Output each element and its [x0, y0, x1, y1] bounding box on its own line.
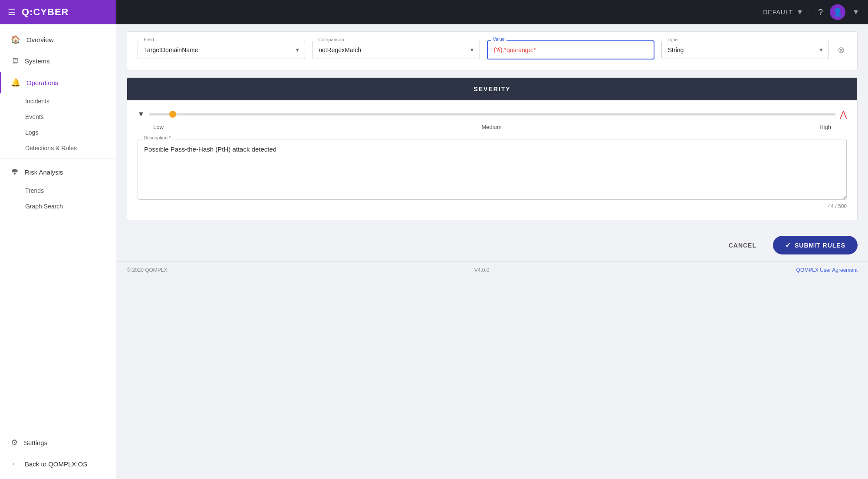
submit-rules-label: SUBMIT RULES: [795, 242, 845, 249]
avatar[interactable]: 👤: [830, 4, 845, 20]
value-input[interactable]: [487, 40, 654, 59]
sidebar-item-risk-analysis-label: Risk Analysis: [25, 168, 63, 176]
char-count: 44 / 500: [138, 203, 847, 209]
sidebar-item-trends[interactable]: Trends: [0, 183, 116, 198]
slider-label-medium: Medium: [481, 124, 501, 130]
field-group: Field TargetDomainName ▼: [138, 41, 305, 59]
sidebar-item-trends-label: Trends: [25, 187, 44, 194]
risk-analysis-icon: 🌩: [11, 168, 19, 177]
workspace-selector[interactable]: DEFAULT ▼: [763, 8, 811, 16]
field-select-wrapper: TargetDomainName ▼: [138, 41, 305, 59]
comparison-label: Comparison: [316, 37, 345, 42]
field-label: Field: [142, 37, 156, 42]
page-footer: © 2020 QOMPLX V4.0.0 QOMPLX User Agreeme…: [116, 261, 868, 278]
description-label: Description *: [142, 135, 172, 140]
severity-title: SEVERITY: [473, 86, 510, 92]
sidebar-item-settings-label: Settings: [24, 439, 47, 446]
type-label: Type: [666, 37, 680, 42]
help-icon[interactable]: ?: [818, 7, 823, 17]
severity-header: SEVERITY: [127, 78, 857, 100]
field-select[interactable]: TargetDomainName: [138, 41, 305, 59]
sidebar-header: ☰ Q:CYBER: [0, 0, 116, 24]
version: V4.0.0: [474, 267, 490, 273]
submit-check-icon: ✓: [785, 241, 791, 249]
slider-row: ▼ ⋀: [138, 109, 847, 119]
slider-thumb[interactable]: [169, 111, 176, 118]
workspace-chevron-icon: ▼: [796, 8, 804, 16]
filter-row: Field TargetDomainName ▼ Comparison notR…: [138, 40, 847, 59]
sidebar-item-overview[interactable]: 🏠 Overview: [0, 29, 116, 50]
remove-filter-button[interactable]: ⊗: [836, 43, 847, 57]
severity-chevron-down-icon[interactable]: ▼: [138, 110, 145, 118]
value-label: Value: [491, 36, 506, 42]
sidebar: ☰ Q:CYBER 🏠 Overview 🖥 Systems 🔔 Operati…: [0, 0, 116, 479]
description-group: Description * Possible Pass-the-Hash (Pt…: [138, 139, 847, 209]
operations-icon: 🔔: [11, 78, 20, 87]
hamburger-icon[interactable]: ☰: [8, 7, 16, 17]
value-group: Value: [487, 40, 654, 59]
main: DEFAULT ▼ ? 👤 ▼ Field TargetDomainName ▼: [116, 0, 868, 479]
sidebar-item-events[interactable]: Events: [0, 109, 116, 125]
brand-name: Q:CYBER: [22, 7, 69, 18]
sidebar-nav: 🏠 Overview 🖥 Systems 🔔 Operations Incide…: [0, 24, 116, 427]
sidebar-item-incidents-label: Incidents: [25, 98, 49, 105]
sidebar-item-operations-label: Operations: [26, 79, 58, 86]
slider-fill: [149, 113, 183, 116]
sidebar-item-events-label: Events: [25, 113, 44, 120]
severity-slider-track[interactable]: [149, 113, 835, 116]
systems-icon: 🖥: [11, 56, 19, 66]
content-inner: Field TargetDomainName ▼ Comparison notR…: [116, 24, 868, 220]
sidebar-item-systems-label: Systems: [25, 57, 50, 65]
severity-body: ▼ ⋀ Low Medium High Descript: [127, 100, 857, 220]
home-icon: 🏠: [11, 35, 20, 44]
description-textarea[interactable]: Possible Pass-the-Hash (PtH) attack dete…: [138, 139, 847, 200]
back-arrow-icon: ←: [11, 459, 19, 469]
sidebar-item-operations[interactable]: 🔔 Operations: [0, 72, 116, 93]
type-select-wrapper: String ▼: [661, 41, 829, 59]
sidebar-item-graph-search-label: Graph Search: [25, 203, 63, 210]
filter-card: Field TargetDomainName ▼ Comparison notR…: [127, 31, 858, 70]
cancel-button[interactable]: CANCEL: [721, 238, 764, 253]
comparison-select-wrapper: notRegexMatch ▼: [312, 41, 480, 59]
sidebar-item-back-label: Back to QOMPLX:OS: [25, 460, 87, 468]
comparison-select[interactable]: notRegexMatch: [312, 41, 480, 59]
sidebar-item-settings[interactable]: ⚙ Settings: [0, 432, 116, 453]
user-agreement-link[interactable]: QOMPLX User Agreement: [796, 267, 858, 273]
sidebar-item-systems[interactable]: 🖥 Systems: [0, 50, 116, 72]
sidebar-item-incidents[interactable]: Incidents: [0, 93, 116, 109]
sidebar-bottom: ⚙ Settings ← Back to QOMPLX:OS: [0, 427, 116, 479]
severity-up-icon[interactable]: ⋀: [840, 109, 847, 119]
sidebar-item-overview-label: Overview: [26, 36, 54, 43]
sidebar-item-risk-analysis[interactable]: 🌩 Risk Analysis: [0, 162, 116, 183]
topbar-expand-icon[interactable]: ▼: [852, 8, 859, 16]
workspace-label: DEFAULT: [763, 9, 793, 16]
sidebar-item-detections-rules[interactable]: Detections & Rules: [0, 140, 116, 156]
severity-card: SEVERITY ▼ ⋀ Low Medium: [127, 77, 858, 220]
footer-actions: CANCEL ✓ SUBMIT RULES: [116, 227, 868, 261]
slider-label-low: Low: [153, 124, 164, 130]
type-select[interactable]: String: [661, 41, 829, 59]
content-area: Field TargetDomainName ▼ Comparison notR…: [116, 24, 868, 479]
slider-labels: Low Medium High: [138, 122, 847, 130]
sidebar-item-logs-label: Logs: [25, 129, 38, 136]
comparison-group: Comparison notRegexMatch ▼: [312, 41, 480, 59]
sidebar-item-graph-search[interactable]: Graph Search: [0, 198, 116, 214]
sidebar-item-logs[interactable]: Logs: [0, 125, 116, 140]
type-group: Type String ▼: [661, 41, 829, 59]
copyright: © 2020 QOMPLX: [127, 267, 168, 273]
slider-label-high: High: [819, 124, 831, 130]
avatar-icon: 👤: [833, 7, 842, 17]
sidebar-item-detections-rules-label: Detections & Rules: [25, 145, 77, 152]
submit-rules-button[interactable]: ✓ SUBMIT RULES: [773, 236, 858, 254]
sidebar-item-back[interactable]: ← Back to QOMPLX:OS: [0, 453, 116, 475]
settings-icon: ⚙: [11, 438, 18, 447]
topbar: DEFAULT ▼ ? 👤 ▼: [116, 0, 868, 24]
